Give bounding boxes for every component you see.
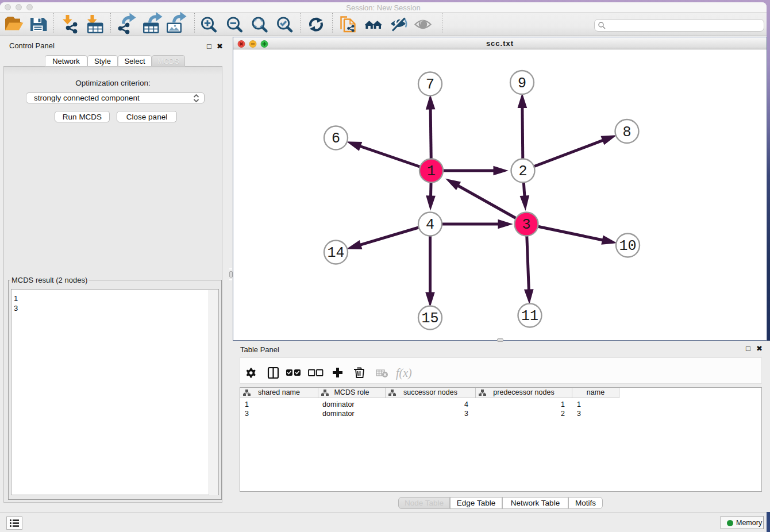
svg-text:1: 1 xyxy=(427,163,436,180)
svg-text:8: 8 xyxy=(622,124,631,141)
svg-text:9: 9 xyxy=(518,75,526,92)
svg-text:3: 3 xyxy=(522,217,530,233)
svg-text:7: 7 xyxy=(426,76,434,93)
svg-text:2: 2 xyxy=(518,163,527,180)
svg-text:10: 10 xyxy=(619,238,636,255)
svg-text:f(x): f(x) xyxy=(396,367,412,380)
svg-text:4: 4 xyxy=(426,217,434,233)
svg-text:14: 14 xyxy=(327,245,344,261)
svg-text:15: 15 xyxy=(421,310,438,327)
svg-text:6: 6 xyxy=(332,130,340,147)
svg-text:11: 11 xyxy=(521,308,538,325)
